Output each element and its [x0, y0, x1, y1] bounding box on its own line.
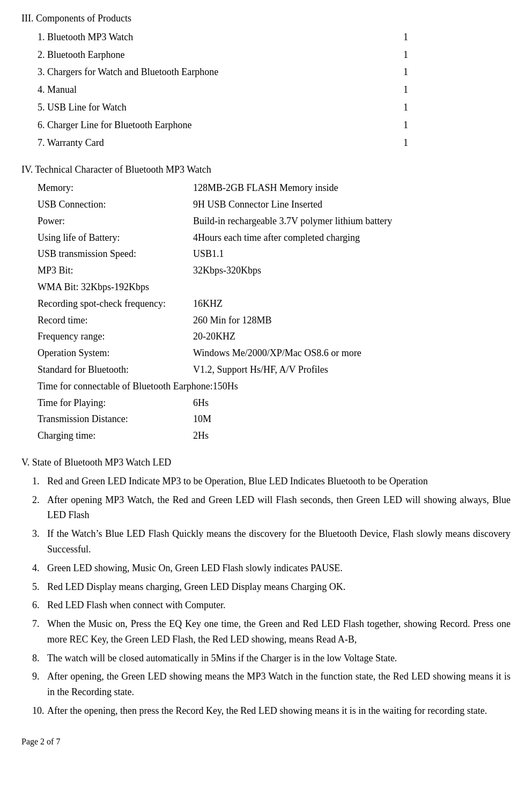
spec-value: 10M	[193, 411, 511, 427]
component-item: 2. Bluetooth Earphone 1	[38, 46, 511, 64]
spec-row: Time for Playing: 6Hs	[38, 395, 511, 411]
spec-value: 260 Min for 128MB	[193, 313, 511, 328]
spec-label: USB Connection:	[38, 197, 193, 212]
component-item: 3. Chargers for Watch and Bluetooth Earp…	[38, 63, 511, 81]
led-item: 8. The watch will be closed automaticall…	[32, 651, 511, 666]
spec-value: 16KHZ	[193, 296, 511, 312]
component-item: 6. Charger Line for Bluetooth Earphone 1	[38, 116, 511, 134]
component-item-label: 3. Chargers for Watch and Bluetooth Earp…	[38, 64, 403, 80]
led-item-num: 3.	[32, 526, 47, 557]
spec-row: Transmission Distance: 10M	[38, 411, 511, 427]
spec-label: Standard for Bluetooth:	[38, 362, 193, 378]
component-item: 5. USB Line for Watch 1	[38, 99, 511, 116]
component-list: 1. Bluetooth MP3 Watch 1 2. Bluetooth Ea…	[38, 28, 511, 152]
spec-label: Time for connectable of Bluetooth Earpho…	[38, 379, 213, 394]
spec-label: Recording spot-check frequency:	[38, 296, 193, 312]
led-list: 1. Red and Green LED Indicate MP3 to be …	[32, 474, 511, 719]
spec-value: 32Kbps-320Kbps	[193, 263, 511, 278]
led-item-num: 6.	[32, 597, 47, 613]
led-item: 7. When the Music on, Press the EQ Key o…	[32, 616, 511, 647]
spec-row: Operation System: Windows Me/2000/XP/Mac…	[38, 345, 511, 361]
spec-table: Memory: 128MB-2GB FLASH Memory inside US…	[38, 180, 511, 444]
spec-label: Power:	[38, 213, 193, 229]
led-item-text: Red LED Flash when connect with Computer…	[47, 597, 511, 613]
component-item-qty: 1	[403, 100, 511, 115]
component-item: 1. Bluetooth MP3 Watch 1	[38, 28, 511, 46]
spec-label: Frequency range:	[38, 329, 193, 344]
spec-row: MP3 Bit: 32Kbps-320Kbps	[38, 262, 511, 279]
spec-label: Memory:	[38, 180, 193, 196]
led-item: 4. Green LED showing, Music On, Green LE…	[32, 560, 511, 576]
led-item-text: Green LED showing, Music On, Green LED F…	[47, 560, 511, 576]
spec-label: Record time:	[38, 313, 193, 328]
spec-row: Time for connectable of Bluetooth Earpho…	[38, 378, 511, 395]
spec-value: 4Hours each time after completed chargin…	[193, 230, 511, 246]
page-number: Page 2 of 7	[21, 737, 60, 746]
led-item: 9. After opening, the Green LED showing …	[32, 669, 511, 700]
led-item-num: 9.	[32, 669, 47, 700]
spec-label: WMA Bit: 32Kbps-192Kbps	[38, 279, 193, 295]
spec-value: 150Hs	[213, 379, 511, 394]
spec-row: Recording spot-check frequency: 16KHZ	[38, 296, 511, 312]
component-item-qty: 1	[403, 47, 511, 63]
spec-value: Build-in rechargeable 3.7V polymer lithi…	[193, 213, 511, 229]
spec-label: Charging time:	[38, 428, 193, 444]
led-item-num: 5.	[32, 579, 47, 595]
component-item-qty: 1	[403, 135, 511, 151]
led-item: 3. If the Watch’s Blue LED Flash Quickly…	[32, 526, 511, 557]
spec-label: Using life of Battery:	[38, 230, 193, 246]
led-item-text: After opening, the Green LED showing mea…	[47, 669, 511, 700]
led-item-text: After the opening, then press the Record…	[47, 703, 511, 719]
led-item: 10. After the opening, then press the Re…	[32, 703, 511, 719]
section-iv-title: IV. Technical Character of Bluetooth MP3…	[21, 162, 511, 178]
spec-row: Standard for Bluetooth: V1.2, Support Hs…	[38, 361, 511, 378]
led-item: 1. Red and Green LED Indicate MP3 to be …	[32, 474, 511, 489]
component-item-qty: 1	[403, 29, 511, 45]
spec-value: USB1.1	[193, 246, 511, 262]
component-item-label: 4. Manual	[38, 82, 403, 98]
spec-row: USB transmission Speed: USB1.1	[38, 246, 511, 262]
component-item-label: 2. Bluetooth Earphone	[38, 47, 403, 63]
led-item-text: If the Watch’s Blue LED Flash Quickly me…	[47, 526, 511, 557]
led-item-num: 10.	[32, 703, 47, 719]
component-item-label: 7. Warranty Card	[38, 135, 403, 151]
led-item: 5. Red LED Display means charging, Green…	[32, 579, 511, 595]
spec-value: 9H USB Connector Line Inserted	[193, 197, 511, 212]
led-item-text: The watch will be closed automatically i…	[47, 651, 511, 666]
spec-value: Windows Me/2000/XP/Mac OS8.6 or more	[193, 345, 511, 361]
led-item-text: Red LED Display means charging, Green LE…	[47, 579, 511, 595]
spec-label: Time for Playing:	[38, 395, 193, 411]
led-item-text: After opening MP3 Watch, the Red and Gre…	[47, 492, 511, 523]
spec-row: Charging time: 2Hs	[38, 427, 511, 444]
spec-label: Operation System:	[38, 345, 193, 361]
led-item-num: 1.	[32, 474, 47, 489]
spec-value: 2Hs	[193, 428, 511, 444]
spec-row: USB Connection: 9H USB Connector Line In…	[38, 196, 511, 213]
led-item-num: 4.	[32, 560, 47, 576]
led-item-num: 2.	[32, 492, 47, 523]
page-footer: Page 2 of 7	[21, 735, 511, 749]
component-item-qty: 1	[403, 117, 511, 133]
led-item-num: 8.	[32, 651, 47, 666]
spec-value: 20-20KHZ	[193, 329, 511, 344]
led-item-text: When the Music on, Press the EQ Key one …	[47, 616, 511, 647]
component-item: 4. Manual 1	[38, 81, 511, 99]
section-v: V. State of Bluetooth MP3 Watch LED 1. R…	[21, 455, 511, 719]
spec-label: USB transmission Speed:	[38, 246, 193, 262]
spec-row: WMA Bit: 32Kbps-192Kbps	[38, 279, 511, 296]
component-item: 7. Warranty Card 1	[38, 134, 511, 152]
section-iii: III. Components of Products 1. Bluetooth…	[21, 11, 511, 151]
spec-row: Record time: 260 Min for 128MB	[38, 312, 511, 329]
led-item-num: 7.	[32, 616, 47, 647]
spec-row: Using life of Battery: 4Hours each time …	[38, 230, 511, 246]
led-item: 6. Red LED Flash when connect with Compu…	[32, 597, 511, 613]
component-item-label: 1. Bluetooth MP3 Watch	[38, 29, 403, 45]
spec-value: V1.2, Support Hs/HF, A/V Profiles	[193, 362, 511, 378]
spec-label: Transmission Distance:	[38, 411, 193, 427]
spec-row: Memory: 128MB-2GB FLASH Memory inside	[38, 180, 511, 196]
led-item-text: Red and Green LED Indicate MP3 to be Ope…	[47, 474, 511, 489]
section-iv: IV. Technical Character of Bluetooth MP3…	[21, 162, 511, 444]
component-item-qty: 1	[403, 64, 511, 80]
component-item-qty: 1	[403, 82, 511, 98]
spec-value: 128MB-2GB FLASH Memory inside	[193, 180, 511, 196]
